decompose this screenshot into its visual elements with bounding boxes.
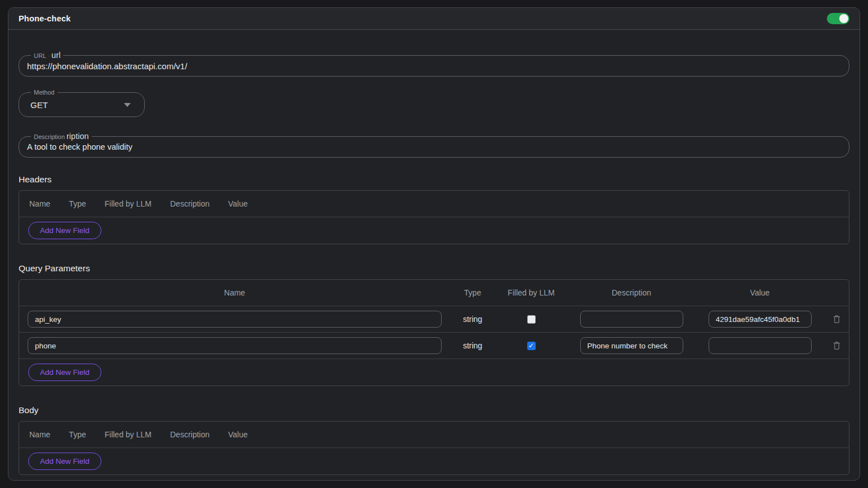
url-field-label: URL · url [31, 50, 63, 61]
body-table: Name Type Filled by LLM Description Valu… [19, 421, 849, 475]
col-type: Type [69, 430, 86, 439]
table-row-api-key: string [19, 306, 849, 333]
method-select[interactable]: Method GET [19, 92, 145, 117]
col-type: Type [450, 288, 495, 297]
col-filled-by-llm: Filled by LLM [105, 430, 152, 439]
headers-table-header: Name Type Filled by LLM Description Valu… [19, 191, 849, 217]
col-description: Description [567, 288, 696, 297]
param-type: string [450, 341, 495, 350]
enabled-toggle[interactable] [827, 13, 849, 24]
description-label-overlap: ription [66, 131, 89, 141]
url-input[interactable] [27, 61, 841, 71]
description-field: Description ription [19, 136, 849, 158]
method-value: GET [27, 100, 48, 110]
col-name: Name [19, 288, 450, 297]
headers-table: Name Type Filled by LLM Description Valu… [19, 190, 849, 244]
param-name-input[interactable] [28, 337, 442, 354]
col-name: Name [29, 430, 50, 439]
body-table-header: Name Type Filled by LLM Description Valu… [19, 422, 849, 448]
tool-title: Phone-check [19, 14, 70, 23]
col-description: Description [170, 199, 210, 208]
table-row-phone: string [19, 333, 849, 359]
method-label-small: Method [34, 87, 55, 97]
param-value-input[interactable] [709, 311, 812, 328]
method-label: Method [31, 87, 57, 97]
tool-config-card: Phone-check URL · url Method GET Descr [8, 7, 860, 481]
col-value: Value [696, 288, 824, 297]
description-label-small: Description [34, 132, 65, 142]
query-parameters-table: Name Type Filled by LLM Description Valu… [19, 279, 849, 386]
body-add-row: Add New Field [19, 448, 849, 474]
form-content: URL · url Method GET Description ription… [8, 30, 860, 480]
param-description-input[interactable] [580, 337, 683, 354]
body-add-new-field-button[interactable]: Add New Field [28, 453, 101, 470]
trash-icon [833, 314, 841, 324]
param-type: string [450, 315, 495, 324]
col-value: Value [228, 199, 248, 208]
headers-add-new-field-button[interactable]: Add New Field [28, 222, 101, 239]
trash-icon [833, 341, 841, 351]
filled-by-llm-checkbox[interactable] [527, 342, 536, 350]
url-label-overlap: url [51, 50, 60, 60]
col-filled-by-llm: Filled by LLM [495, 288, 567, 297]
chevron-down-icon [124, 103, 131, 107]
url-label-small: URL [34, 51, 46, 61]
query-parameters-section-title: Query Parameters [19, 263, 849, 274]
param-name-input[interactable] [28, 311, 442, 328]
col-name: Name [29, 199, 50, 208]
col-description: Description [170, 430, 210, 439]
col-type: Type [69, 199, 86, 208]
query-parameters-add-new-field-button[interactable]: Add New Field [28, 364, 101, 381]
title-bar: Phone-check [8, 8, 860, 30]
url-field: URL · url [19, 55, 849, 77]
query-parameters-add-row: Add New Field [19, 359, 849, 386]
description-field-label: Description ription [31, 131, 92, 142]
col-filled-by-llm: Filled by LLM [105, 199, 152, 208]
col-value: Value [228, 430, 248, 439]
delete-row-button[interactable] [833, 341, 841, 351]
body-section-title: Body [19, 405, 849, 415]
delete-row-button[interactable] [833, 314, 841, 324]
headers-add-row: Add New Field [19, 217, 849, 244]
filled-by-llm-checkbox[interactable] [527, 315, 536, 324]
url-label-dot: · [48, 51, 50, 61]
param-value-input[interactable] [709, 337, 812, 354]
query-parameters-table-header: Name Type Filled by LLM Description Valu… [19, 280, 849, 306]
toggle-knob [839, 14, 848, 23]
headers-section-title: Headers [19, 174, 849, 185]
param-description-input[interactable] [580, 311, 683, 328]
description-input[interactable] [27, 142, 841, 151]
